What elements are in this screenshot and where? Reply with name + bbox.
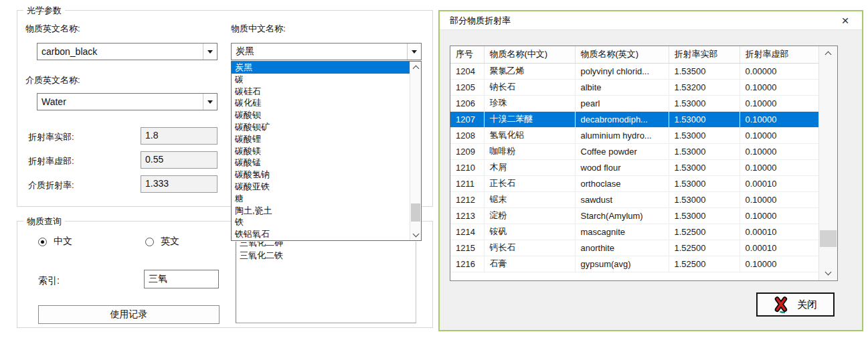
dropdown-item[interactable]: 炭黑 xyxy=(232,62,410,74)
close-icon[interactable]: × xyxy=(835,11,855,29)
dropdown-item[interactable]: 陶土,瓷土 xyxy=(232,205,410,217)
chevron-down-icon[interactable] xyxy=(203,44,217,60)
column-header[interactable]: 折射率实部 xyxy=(669,46,740,63)
dropdown-item[interactable]: 碳酸钡 xyxy=(232,109,410,121)
dropdown-item[interactable]: 铁铝氧石 xyxy=(232,228,410,240)
column-header[interactable]: 物质名称(中文) xyxy=(484,46,575,63)
dropdown-item[interactable]: 碳 xyxy=(232,74,410,86)
dropdown-item[interactable]: 碳化硅 xyxy=(232,97,410,109)
radio-chinese[interactable]: 中文 xyxy=(38,236,72,248)
table-cell: 1216 xyxy=(450,256,484,272)
dropdown-item[interactable]: 碳酸氢钠 xyxy=(232,169,410,181)
dropdown-item[interactable]: 碳硅石 xyxy=(232,86,410,98)
table-cell: 聚氯乙烯 xyxy=(484,63,575,79)
dropdown-item[interactable]: 碳酸锰 xyxy=(232,157,410,169)
column-header[interactable]: 序号 xyxy=(450,46,484,63)
dropdown-item[interactable]: 碳酸锂 xyxy=(232,133,410,145)
table-cell: 咖啡粉 xyxy=(484,143,575,159)
materials-table: 序号 物质名称(中文) 物质名称(英文) 折射率实部 折射率虚部 1204聚氯乙… xyxy=(450,46,838,281)
table-cell: 1205 xyxy=(450,79,484,95)
table-cell: 0.10000 xyxy=(740,95,818,111)
scrollbar-thumb[interactable] xyxy=(411,203,420,222)
scroll-down-icon[interactable] xyxy=(819,264,837,280)
table-cell: orthoclase xyxy=(575,175,669,191)
table-cell: sawdust xyxy=(575,191,669,207)
dropdown-scrollbar[interactable] xyxy=(410,62,421,240)
radio-selected-icon[interactable] xyxy=(38,238,47,246)
window-titlebar[interactable]: 部分物质折射率 × xyxy=(440,11,862,30)
close-button[interactable]: 关闭 xyxy=(756,292,835,317)
table-cell: 0.10000 xyxy=(740,143,818,159)
table-row[interactable]: 1207十溴二苯醚decabromodiph...1.530000.10000 xyxy=(450,111,818,127)
table-row[interactable]: 1212锯末sawdust1.530000.10000 xyxy=(450,191,818,207)
table-row[interactable]: 1216石膏gypsum(avg)1.525000.10000 xyxy=(450,256,818,272)
material-en-combobox[interactable]: carbon_black xyxy=(37,43,218,60)
table-cell: 正长石 xyxy=(484,175,575,191)
medium-en-combobox[interactable]: Water xyxy=(37,93,218,110)
table-cell: 0.10000 xyxy=(740,79,818,95)
list-item-clipped[interactable]: 三氧化二砷 xyxy=(236,242,416,250)
table-row[interactable]: 1210木屑wood flour1.530000.10000 xyxy=(450,159,818,175)
table-row[interactable]: 1213淀粉Starch(Amylum)1.530000.10000 xyxy=(450,207,818,224)
material-cn-label: 物质中文名称: xyxy=(231,23,286,35)
table-row[interactable]: 1215钙长石anorthite1.525000.00010 xyxy=(450,240,818,256)
material-cn-value: 炭黑 xyxy=(232,46,407,58)
table-cell: 0.00010 xyxy=(740,175,818,191)
table-cell: 1.53500 xyxy=(669,63,740,79)
table-row[interactable]: 1214铵矾mascagnite1.525000.00010 xyxy=(450,224,818,240)
chevron-down-icon[interactable] xyxy=(407,44,421,60)
dropdown-item[interactable]: 糖 xyxy=(232,193,410,205)
column-header[interactable]: 物质名称(英文) xyxy=(575,46,669,63)
scrollbar-thumb[interactable] xyxy=(820,230,837,247)
radio-unselected-icon[interactable] xyxy=(145,238,154,246)
column-header[interactable]: 折射率虚部 xyxy=(740,46,818,63)
table-cell: 1.53000 xyxy=(669,111,740,127)
refractive-index-window: 部分物质折射率 × 序号 物质名称(中文) 物质名称(英文) 折射率实部 折射率… xyxy=(438,10,863,331)
material-cn-combobox[interactable]: 炭黑 xyxy=(231,43,422,60)
table-cell: 1204 xyxy=(450,63,484,79)
table-cell: 1.53000 xyxy=(669,143,740,159)
table-cell: 0.00010 xyxy=(740,240,818,256)
table-cell: pearl xyxy=(575,95,669,111)
index-input[interactable] xyxy=(144,270,219,288)
dropdown-item[interactable]: 碳酸亚铁 xyxy=(232,181,410,193)
refr-imag-field: 0.55 xyxy=(141,151,218,169)
table-row[interactable]: 1204聚氯乙烯polyvinyl chlorid...1.535000.000… xyxy=(450,63,818,79)
table-cell: 氢氧化铝 xyxy=(484,127,575,143)
list-item[interactable]: 三氧化二铁 xyxy=(236,250,416,262)
table-cell: aluminium hydro... xyxy=(575,127,669,143)
table-scrollbar[interactable] xyxy=(818,46,837,280)
table-cell: 1.53000 xyxy=(669,175,740,191)
table-cell: 1.53000 xyxy=(669,95,740,111)
scroll-down-icon[interactable] xyxy=(410,228,421,239)
table-cell: 1.52500 xyxy=(669,240,740,256)
table-row[interactable]: 1205钠长石albite1.532000.10000 xyxy=(450,79,818,95)
table-cell: decabromodiph... xyxy=(575,111,669,127)
table-row[interactable]: 1209咖啡粉Coffee powder1.530000.10000 xyxy=(450,143,818,159)
history-button[interactable]: 使用记录 xyxy=(38,305,220,324)
table-cell: 0.10000 xyxy=(740,127,818,143)
table-cell: anorthite xyxy=(575,240,669,256)
search-results-listbox[interactable]: 三氧化二砷 三氧化二铁 xyxy=(236,242,416,323)
dropdown-item[interactable]: 碳酸镁 xyxy=(232,145,410,157)
table-cell: 钙长石 xyxy=(484,240,575,256)
dropdown-item[interactable]: 铁 xyxy=(232,216,410,228)
scroll-up-icon[interactable] xyxy=(819,46,837,63)
scroll-up-icon[interactable] xyxy=(410,63,421,74)
window-title: 部分物质折射率 xyxy=(440,15,511,27)
table-row[interactable]: 1206珍珠pearl1.530000.10000 xyxy=(450,95,818,111)
table-cell: 0.10000 xyxy=(740,191,818,207)
table-row[interactable]: 1208氢氧化铝aluminium hydro...1.530000.10000 xyxy=(450,127,818,143)
list-item[interactable]: 三氧化二砷 xyxy=(236,242,416,249)
table-cell: 1.52500 xyxy=(669,256,740,272)
radio-english[interactable]: 英文 xyxy=(145,236,179,248)
chevron-down-icon[interactable] xyxy=(203,94,217,110)
table-cell: Starch(Amylum) xyxy=(575,207,669,224)
medium-refr-label: 介质折射率: xyxy=(28,179,74,191)
table-row[interactable]: 1211正长石orthoclase1.530000.00010 xyxy=(450,175,818,191)
table-cell: 1214 xyxy=(450,224,484,240)
table-cell: mascagnite xyxy=(575,224,669,240)
table-cell: 石膏 xyxy=(484,256,575,272)
dropdown-item[interactable]: 碳酸钡矿 xyxy=(232,121,410,133)
refr-real-field: 1.8 xyxy=(141,127,218,145)
